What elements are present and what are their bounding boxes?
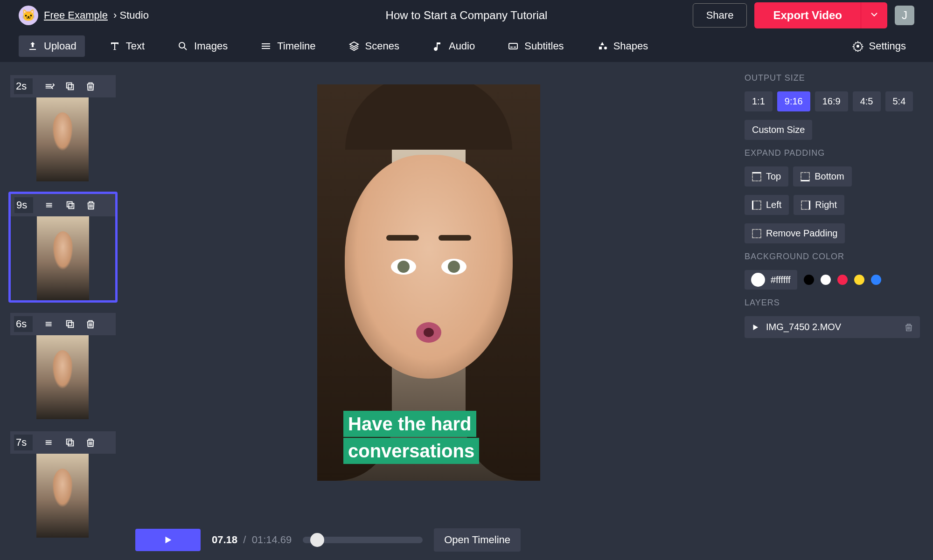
total-time: 01:14.69 — [252, 534, 292, 546]
main: 2s 9s 6s — [0, 62, 933, 560]
pad-bottom-button[interactable]: Bottom — [793, 166, 851, 187]
preview-canvas[interactable]: Have the hard conversations — [317, 84, 540, 481]
svg-point-2 — [856, 45, 859, 48]
pad-right-button[interactable]: Right — [794, 195, 844, 215]
clip-reorder-button[interactable] — [42, 198, 57, 213]
tab-upload[interactable]: Upload — [19, 35, 85, 57]
pad-left-button[interactable]: Left — [745, 195, 789, 215]
color-preset-yellow[interactable] — [854, 275, 864, 285]
preview-illustration — [345, 84, 512, 150]
preview-illustration — [439, 235, 471, 241]
clip-thumbnail[interactable] — [36, 335, 89, 419]
clip-duration: 7s — [14, 435, 33, 450]
layers-label: LAYERS — [745, 298, 920, 308]
expand-padding-label: EXPAND PADDING — [745, 148, 920, 158]
logo-icon[interactable]: 🐱 — [19, 6, 38, 25]
clip-item[interactable]: 9s — [8, 192, 118, 303]
clip-reorder-button[interactable] — [42, 317, 57, 332]
shapes-icon — [597, 41, 608, 52]
current-time: 07.18 — [212, 534, 237, 546]
seek-knob[interactable] — [310, 533, 324, 547]
bg-color-label: BACKGROUND COLOR — [745, 252, 920, 262]
tab-shapes[interactable]: Shapes — [588, 35, 657, 57]
tab-text-label: Text — [126, 40, 145, 52]
gear-icon — [852, 41, 863, 52]
clip-copy-button[interactable] — [63, 317, 77, 332]
clip-item[interactable]: 6s — [8, 311, 118, 421]
avatar[interactable]: J — [895, 6, 914, 25]
subtitles-icon — [508, 41, 519, 52]
clip-item[interactable]: 7s — [8, 429, 118, 539]
page-title[interactable]: How to Start a Company Tutorial — [317, 9, 616, 22]
timeline-icon — [260, 41, 272, 52]
clip-thumbnail[interactable] — [36, 454, 89, 538]
preview-illustration — [441, 259, 466, 275]
svg-rect-4 — [67, 83, 72, 88]
clip-toolbar: 9s — [11, 194, 115, 216]
tab-subtitles[interactable]: Subtitles — [499, 35, 572, 57]
bg-color-input[interactable]: #ffffff — [745, 270, 797, 290]
padding-icon — [801, 200, 810, 210]
tab-shapes-label: Shapes — [613, 40, 648, 52]
play-button[interactable] — [135, 529, 201, 551]
export-video-button[interactable]: Export Video — [754, 2, 861, 28]
color-swatch-icon — [751, 273, 765, 287]
clip-duration: 2s — [14, 78, 33, 94]
svg-rect-10 — [67, 439, 72, 444]
ratio-option[interactable]: 5:4 — [885, 91, 913, 111]
ratio-option[interactable]: 4:5 — [853, 91, 881, 111]
layer-name: IMG_7450 2.MOV — [766, 322, 841, 332]
share-button[interactable]: Share — [693, 3, 747, 28]
breadcrumb-link[interactable]: Free Example — [44, 9, 108, 21]
clip-thumbnail[interactable] — [36, 97, 89, 181]
color-preset-red[interactable] — [837, 275, 848, 285]
tab-images-label: Images — [194, 40, 228, 52]
open-timeline-button[interactable]: Open Timeline — [434, 528, 521, 552]
clip-delete-button[interactable] — [84, 198, 98, 213]
clip-delete-button[interactable] — [83, 79, 98, 94]
chevron-down-icon — [870, 11, 878, 18]
header-left: 🐱 Free Example › Studio — [19, 6, 317, 25]
clip-delete-button[interactable] — [83, 317, 98, 332]
trash-icon[interactable] — [904, 323, 913, 332]
clip-copy-button[interactable] — [63, 79, 77, 94]
output-size-label: OUTPUT SIZE — [745, 73, 920, 83]
export-dropdown-button[interactable] — [861, 2, 887, 28]
clip-toolbar: 7s — [10, 431, 116, 454]
color-preset-blue[interactable] — [871, 275, 881, 285]
clip-copin-button[interactable] — [63, 435, 77, 450]
color-preset-white[interactable] — [821, 275, 831, 285]
tab-timeline[interactable]: Timeline — [252, 35, 324, 57]
color-preset-black[interactable] — [804, 275, 814, 285]
seek-bar[interactable] — [303, 537, 423, 543]
ratio-option[interactable]: 1:1 — [745, 91, 773, 111]
clip-thumbnail[interactable] — [37, 216, 89, 300]
ratio-row: 1:1 9:16 16:9 4:5 5:4 — [745, 91, 920, 111]
remove-padding-button[interactable]: Remove Padding — [745, 223, 845, 243]
tab-images[interactable]: Images — [169, 35, 236, 57]
clip-delete-button[interactable] — [83, 435, 98, 450]
layer-item[interactable]: IMG_7450 2.MOV — [745, 316, 920, 338]
clip-copy-button[interactable] — [63, 198, 78, 213]
ratio-option[interactable]: 16:9 — [815, 91, 848, 111]
tab-audio-label: Audio — [449, 40, 475, 52]
tab-audio[interactable]: Audio — [424, 35, 483, 57]
tab-scenes[interactable]: Scenes — [340, 35, 408, 57]
clip-reorder-button[interactable] — [42, 79, 57, 94]
tab-settings[interactable]: Settings — [844, 35, 915, 57]
tab-text[interactable]: Text — [101, 35, 153, 57]
ratio-option[interactable]: 9:16 — [777, 91, 810, 111]
play-icon — [163, 535, 173, 545]
search-icon — [177, 41, 188, 52]
clip-reorder-button[interactable] — [42, 435, 57, 450]
pad-top-button[interactable]: Top — [745, 166, 788, 187]
upload-icon — [27, 41, 38, 52]
tab-timeline-label: Timeline — [277, 40, 315, 52]
subtitle-overlay[interactable]: Have the hard conversations — [343, 411, 479, 464]
clip-item[interactable]: 2s — [8, 73, 118, 183]
svg-rect-6 — [67, 202, 72, 207]
custom-size-button[interactable]: Custom Size — [745, 120, 812, 140]
preview-area: Have the hard conversations 07.18 / 01:1… — [126, 62, 731, 560]
toolbar: Upload Text Images Timeline Scenes Audio — [0, 30, 933, 62]
padding-icon — [752, 172, 761, 181]
